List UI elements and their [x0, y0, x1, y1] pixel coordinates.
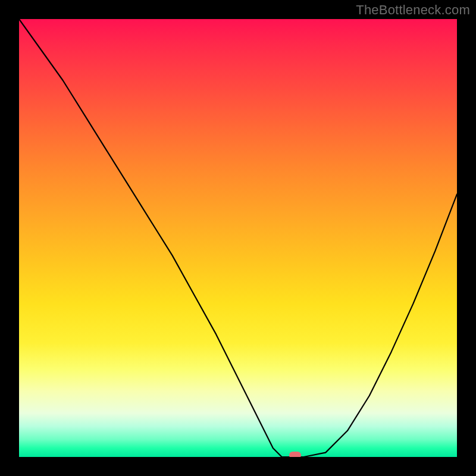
watermark-text: TheBottleneck.com [356, 2, 470, 18]
bottleneck-curve [19, 19, 457, 457]
plot-area [19, 19, 457, 457]
chart-frame: TheBottleneck.com [0, 0, 476, 476]
optimal-marker [289, 452, 301, 457]
